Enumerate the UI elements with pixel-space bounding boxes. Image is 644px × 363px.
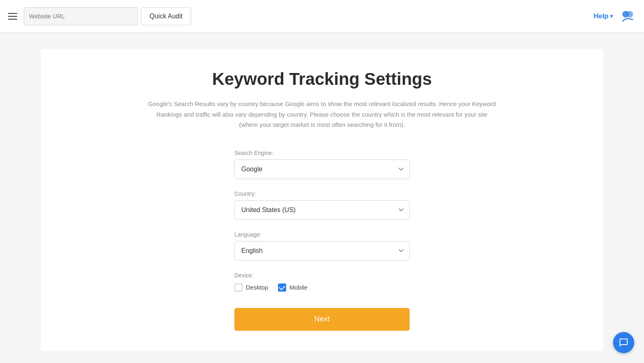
- search-engine-select[interactable]: Google Bing Yahoo: [234, 159, 410, 179]
- desktop-checkbox[interactable]: [234, 283, 243, 292]
- settings-card: Keyword Tracking Settings Google's Searc…: [41, 49, 603, 351]
- hamburger-menu-icon[interactable]: [8, 13, 17, 20]
- country-select[interactable]: United States (US) United Kingdom (UK) C…: [234, 200, 410, 220]
- language-label: Language:: [234, 231, 410, 238]
- svg-point-1: [626, 11, 633, 18]
- device-label: Device:: [234, 272, 410, 279]
- desktop-option[interactable]: Desktop: [234, 283, 268, 292]
- page-title: Keyword Tracking Settings: [212, 69, 432, 89]
- country-field-group: Country: United States (US) United Kingd…: [234, 190, 410, 220]
- form-section: Search Engine: Google Bing Yahoo Country…: [234, 150, 410, 331]
- url-input[interactable]: [24, 7, 138, 25]
- mobile-option[interactable]: Mobile: [278, 283, 307, 292]
- page-description: Google's Search Results vary by country …: [147, 99, 497, 130]
- main-content: Keyword Tracking Settings Google's Searc…: [0, 33, 644, 363]
- search-engine-label: Search Engine:: [234, 150, 410, 156]
- quick-audit-button[interactable]: Quick Audit: [141, 7, 191, 25]
- search-engine-field-group: Search Engine: Google Bing Yahoo: [234, 150, 410, 179]
- help-chevron-icon: ▾: [610, 13, 613, 19]
- help-button[interactable]: Help ▾: [593, 12, 613, 20]
- mobile-label: Mobile: [289, 284, 307, 291]
- mobile-checkbox[interactable]: [278, 283, 286, 292]
- device-section: Device: Desktop Mobile: [234, 272, 410, 292]
- header-right: Help ▾: [593, 8, 636, 24]
- country-label: Country:: [234, 190, 410, 197]
- device-options: Desktop Mobile: [234, 283, 410, 292]
- language-select[interactable]: English Spanish French German: [234, 241, 410, 261]
- desktop-label: Desktop: [246, 284, 268, 291]
- chat-button[interactable]: [613, 332, 634, 353]
- language-field-group: Language: English Spanish French German: [234, 231, 410, 261]
- next-button[interactable]: Next: [234, 308, 410, 331]
- header: Quick Audit Help ▾: [0, 0, 644, 33]
- user-avatar[interactable]: [620, 8, 636, 24]
